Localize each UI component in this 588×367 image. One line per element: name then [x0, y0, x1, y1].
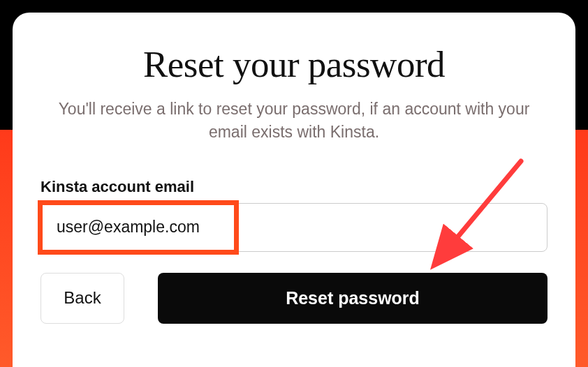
- button-row: Back Reset password: [41, 273, 547, 324]
- reset-password-card: Reset your password You'll receive a lin…: [13, 13, 575, 367]
- back-button[interactable]: Back: [41, 273, 124, 324]
- decorative-gradient-right: [574, 130, 588, 367]
- page-title: Reset your password: [41, 43, 547, 85]
- reset-password-button[interactable]: Reset password: [158, 273, 547, 324]
- email-input-wrap: [41, 203, 547, 252]
- page-subtitle: You'll receive a link to reset your pass…: [41, 98, 547, 144]
- email-field[interactable]: [41, 203, 547, 252]
- decorative-gradient-left: [0, 130, 14, 367]
- email-label: Kinsta account email: [41, 178, 547, 196]
